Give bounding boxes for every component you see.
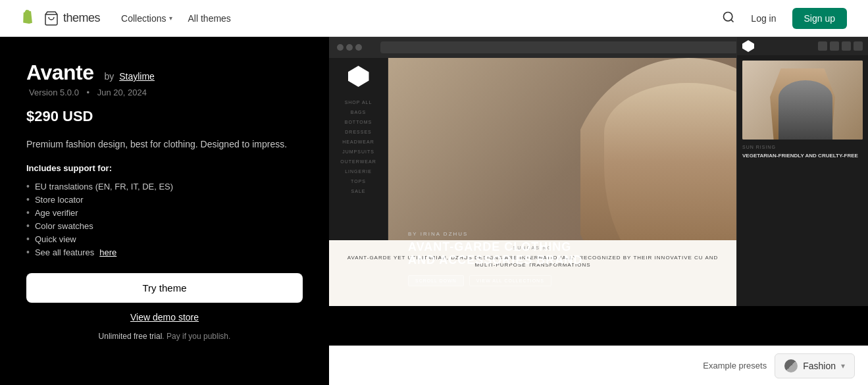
free-trial-text: Unlimited free trial. Pay if you publish… (26, 332, 303, 341)
sec-dark-figure (779, 80, 832, 140)
feature-all-features: See all features here (26, 245, 303, 259)
fashion-logo-icon (348, 66, 369, 87)
feature-store-locator: Store locator (26, 193, 303, 206)
signup-button[interactable]: Sign up (792, 8, 847, 29)
free-trial-rest: . Pay if you publish. (162, 332, 230, 341)
preview-panel: SHOP ALL BAGS BOTTOMS DRESSES HEADWEAR J… (329, 37, 868, 385)
fashion-nav-headwear: HEADWEAR (329, 137, 388, 147)
sec-icon-4 (854, 41, 863, 51)
theme-title-row: Avante by Staylime (26, 61, 303, 85)
logo-text: themes (63, 11, 100, 25)
fashion-nav-dresses: DRESSES (329, 127, 388, 137)
toolbar-dot-3 (355, 44, 362, 51)
secondary-product-image (742, 61, 863, 140)
fashion-nav-bags: BAGS (329, 107, 388, 117)
main-nav: Collections ▾ All themes (121, 11, 722, 26)
toolbar-dot-2 (346, 44, 353, 51)
view-demo-link[interactable]: View demo store (26, 312, 303, 322)
feature-age-verifier: Age verifier (26, 206, 303, 219)
theme-name: Avante (26, 61, 94, 85)
hero-tag: BY IRINA DZHUS (408, 231, 582, 237)
fashion-nav-lingerie: LINGERIE (329, 167, 388, 176)
hero-scroll-btn[interactable]: SCROLL DOWN (408, 275, 464, 286)
presets-label: Example presets (703, 361, 767, 371)
hero-heading: AVANT-GARDE CLOTHINGAND ACCESSORIES BRAN… (408, 241, 582, 267)
fashion-nav-tops: TOPS (329, 176, 388, 186)
feature-quick-view: Quick view (26, 232, 303, 245)
secondary-toolbar (737, 37, 868, 55)
version-separator: • (87, 88, 90, 97)
example-presets-bar: Example presets Fashion ▾ (329, 346, 868, 385)
sec-icon-2 (830, 41, 839, 51)
hero-text-block: BY IRINA DZHUS AVANT-GARDE CLOTHINGAND A… (408, 231, 582, 286)
svg-line-2 (731, 19, 734, 22)
logo[interactable]: themes (21, 9, 100, 28)
fashion-nav-jumpsuits: JUMPSUITS (329, 147, 388, 157)
fashion-nav-bottoms: BOTTOMS (329, 117, 388, 127)
feature-color-swatches: Color swatches (26, 219, 303, 232)
secondary-content: SUN RISING VEGETARIAN-FRIENDLY AND CRUEL… (737, 55, 868, 168)
features-list: EU translations (EN, FR, IT, DE, ES) Sto… (26, 180, 303, 259)
includes-label: Includes support for: (26, 163, 303, 173)
theme-author-row: by Staylime (105, 71, 155, 82)
theme-price: $290 USD (26, 108, 303, 125)
secondary-toolbar-icons (818, 41, 863, 51)
preset-color-swatch (784, 359, 798, 372)
svg-point-1 (724, 12, 732, 20)
free-trial-strong: Unlimited free trial (99, 332, 163, 341)
all-themes-nav[interactable]: All themes (188, 11, 231, 26)
fashion-nav-outerwear: OUTERWEAR (329, 157, 388, 167)
shopify-bag-icon (43, 11, 59, 26)
shopify-logo-icon (21, 9, 39, 28)
try-theme-button[interactable]: Try theme (26, 273, 303, 303)
collections-nav[interactable]: Collections ▾ (121, 11, 172, 26)
search-icon (722, 11, 735, 24)
here-link[interactable]: here (99, 247, 116, 257)
header: themes Collections ▾ All themes Log in S… (0, 0, 868, 37)
author-link[interactable]: Staylime (119, 71, 155, 82)
search-button[interactable] (722, 11, 735, 26)
secondary-preview-panel: SUN RISING VEGETARIAN-FRIENDLY AND CRUEL… (736, 37, 868, 306)
secondary-tag: SUN RISING (742, 145, 863, 149)
sec-icon-3 (842, 41, 851, 51)
all-themes-label: All themes (188, 13, 231, 24)
store-preview-container: SHOP ALL BAGS BOTTOMS DRESSES HEADWEAR J… (329, 37, 868, 346)
main-content: Avante by Staylime Version 5.0.0 • Jun 2… (0, 37, 868, 385)
theme-info-panel: Avante by Staylime Version 5.0.0 • Jun 2… (0, 37, 329, 385)
version-date: Jun 20, 2024 (97, 88, 147, 97)
fashion-nav-sale: SALE (329, 186, 388, 196)
secondary-logo-icon (742, 40, 754, 52)
collections-chevron-icon: ▾ (169, 14, 172, 22)
sec-icon-1 (818, 41, 827, 51)
feature-eu-translations: EU translations (EN, FR, IT, DE, ES) (26, 180, 303, 193)
secondary-text: VEGETARIAN-FRIENDLY AND CRUELTY-FREE (742, 152, 863, 159)
version-text: Version 5.0.0 (29, 88, 79, 97)
theme-description: Premium fashion design, best for clothin… (26, 137, 303, 151)
login-button[interactable]: Log in (751, 13, 776, 24)
preset-name: Fashion (803, 361, 836, 371)
header-actions: Log in Sign up (722, 8, 847, 29)
hero-buttons: SCROLL DOWN VIEW ALL COLLECTIONS (408, 275, 582, 286)
preset-chevron-icon: ▾ (841, 361, 845, 371)
toolbar-dots (337, 44, 362, 51)
by-label: by (105, 71, 115, 82)
collections-label: Collections (121, 13, 166, 24)
hero-collections-btn[interactable]: VIEW ALL COLLECTIONS (469, 275, 551, 286)
preset-selector[interactable]: Fashion ▾ (775, 353, 855, 378)
preview-window: SHOP ALL BAGS BOTTOMS DRESSES HEADWEAR J… (329, 37, 868, 306)
toolbar-dot-1 (337, 44, 344, 51)
theme-version: Version 5.0.0 • Jun 20, 2024 (26, 88, 303, 97)
fashion-nav-shop-all: SHOP ALL (329, 97, 388, 107)
